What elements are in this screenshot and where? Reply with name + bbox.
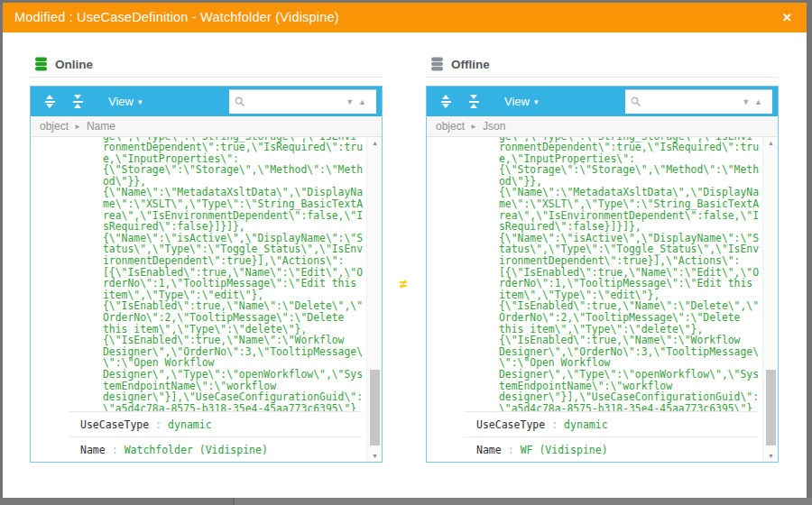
field-row-usecasetype: UseCaseType : dynamic: [31, 412, 382, 436]
field-value: dynamic: [168, 418, 211, 431]
view-dropdown[interactable]: View ▾: [504, 95, 538, 108]
online-label: Online: [55, 58, 93, 71]
editor-body: ge\",\"Type\":\"String_Storage\",\"IsEnv…: [31, 137, 382, 462]
search-input[interactable]: [245, 96, 346, 108]
breadcrumb-arrow-icon: ►: [470, 123, 477, 131]
search-icon: [631, 96, 641, 107]
online-column: Online View ▾: [30, 57, 383, 463]
field-separator: :: [149, 418, 168, 431]
expand-all-icon[interactable]: [40, 92, 60, 112]
database-icon: [430, 57, 444, 71]
json-string-view: ge\",\"Type\":\"String_Storage\",\"IsEnv…: [31, 137, 365, 411]
json-string-view: ge\",\"Type\":\"String_Storage\",\"IsEnv…: [427, 137, 761, 411]
chevron-down-icon: ▾: [534, 97, 539, 106]
scroll-down-icon[interactable]: ▼: [367, 453, 382, 459]
heading-divider: [426, 77, 779, 78]
not-equal-icon: ≠: [400, 276, 407, 291]
dialog-title: Modified : UseCaseDefinition - Watchfold…: [14, 10, 339, 24]
search-next-icon[interactable]: ▼: [346, 97, 358, 106]
offline-column: Offline View ▾: [426, 57, 779, 463]
expand-all-icon[interactable]: [436, 92, 456, 112]
view-dropdown-label: View: [108, 95, 134, 108]
database-icon: [34, 57, 48, 71]
modal-dialog: Modified : UseCaseDefinition - Watchfold…: [3, 3, 807, 498]
search-prev-icon[interactable]: ▲: [358, 97, 371, 106]
json-text: ge\",\"Type\":\"String_Storage\",\"IsEnv…: [103, 137, 365, 411]
page-background: Modified : UseCaseDefinition - Watchfold…: [0, 0, 812, 505]
search-nav-icons[interactable]: ▼▲: [742, 97, 767, 106]
field-name: UseCaseType: [476, 418, 545, 431]
field-name: Name: [80, 444, 106, 456]
field-name: Name: [476, 444, 502, 456]
editor-toolbar: View ▾ ▼▲: [427, 87, 778, 116]
field-value: dynamic: [564, 418, 607, 431]
offline-label: Offline: [451, 58, 490, 71]
editor-toolbar: View ▾ ▼▲: [31, 87, 382, 116]
scroll-up-icon[interactable]: ▲: [367, 140, 382, 146]
editor-body: ge\",\"Type\":\"String_Storage\",\"IsEnv…: [427, 137, 778, 462]
search-prev-icon[interactable]: ▲: [754, 97, 767, 106]
chevron-down-icon: ▾: [138, 97, 143, 106]
field-value: WF (Vidispine): [521, 444, 608, 456]
search-box: ▼▲: [229, 89, 376, 114]
scrollbar-thumb[interactable]: [766, 370, 776, 445]
field-row-name: Name : Watchfolder (Vidispine): [31, 437, 382, 462]
breadcrumb[interactable]: object ► Json: [427, 116, 778, 137]
offline-heading: Offline: [426, 57, 779, 71]
search-input[interactable]: [641, 96, 742, 108]
view-dropdown[interactable]: View ▾: [108, 95, 142, 108]
field-separator: :: [106, 444, 125, 456]
field-row-name: Name : WF (Vidispine): [427, 437, 778, 462]
breadcrumb-leaf[interactable]: Json: [483, 120, 505, 133]
json-text: ge\",\"Type\":\"String_Storage\",\"IsEnv…: [499, 137, 761, 411]
scroll-down-icon[interactable]: ▼: [763, 453, 778, 459]
breadcrumb-arrow-icon: ►: [74, 123, 81, 131]
search-nav-icons[interactable]: ▼▲: [346, 97, 371, 106]
field-name: UseCaseType: [80, 418, 149, 431]
field-separator: :: [502, 444, 521, 456]
breadcrumb-root[interactable]: object: [436, 120, 465, 133]
close-icon[interactable]: ✕: [782, 3, 792, 32]
vertical-scrollbar[interactable]: ▲ ▼: [762, 137, 778, 462]
field-separator: :: [545, 418, 564, 431]
heading-divider: [30, 77, 383, 78]
vertical-scrollbar[interactable]: ▲ ▼: [366, 137, 382, 462]
breadcrumb-leaf[interactable]: Name: [87, 120, 115, 133]
collapse-all-icon[interactable]: [68, 92, 88, 112]
breadcrumb-root[interactable]: object: [40, 120, 69, 133]
offline-json-editor: View ▾ ▼▲ object ► Json: [426, 86, 779, 463]
view-dropdown-label: View: [504, 95, 530, 108]
breadcrumb[interactable]: object ► Name: [31, 116, 382, 137]
background-page-strip: [0, 498, 812, 505]
field-value: Watchfolder (Vidispine): [125, 444, 268, 456]
scrollbar-thumb[interactable]: [370, 370, 380, 445]
field-row-usecasetype: UseCaseType : dynamic: [427, 412, 778, 436]
search-next-icon[interactable]: ▼: [742, 97, 754, 106]
search-icon: [235, 96, 245, 107]
online-heading: Online: [30, 57, 383, 71]
dialog-titlebar: Modified : UseCaseDefinition - Watchfold…: [3, 3, 807, 32]
search-box: ▼▲: [625, 89, 772, 114]
collapse-all-icon[interactable]: [464, 92, 484, 112]
scroll-up-icon[interactable]: ▲: [763, 140, 778, 146]
online-json-editor: View ▾ ▼▲ object ► Name: [30, 86, 383, 463]
